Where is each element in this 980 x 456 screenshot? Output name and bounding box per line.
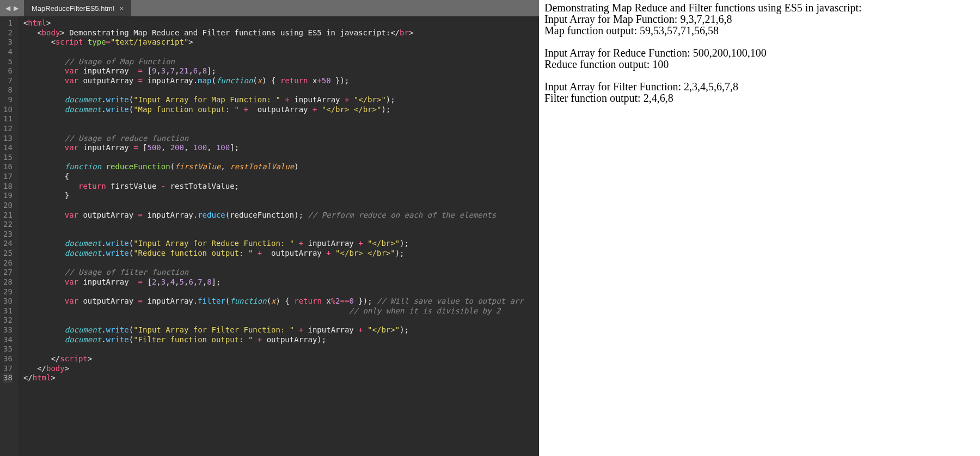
line-number: 13 <box>3 134 13 144</box>
line-number: 4 <box>3 47 13 57</box>
code-line: <script type="text/javascript"> <box>23 38 539 47</box>
preview-line <box>544 70 975 81</box>
line-number: 6 <box>3 66 13 76</box>
editor-pane: ◀ ▶ MapReduceFilterES5.html × 1234567891… <box>0 0 539 456</box>
line-number: 18 <box>3 182 13 192</box>
line-number: 1 <box>3 19 13 28</box>
line-number: 8 <box>3 85 13 95</box>
line-number: 5 <box>3 57 13 67</box>
line-number: 26 <box>3 258 13 268</box>
code-line: <body> Demonstrating Map Reduce and Filt… <box>23 28 539 38</box>
nav-arrows: ◀ ▶ <box>0 0 24 16</box>
preview-line: Input Array for Filter Function: 2,3,4,5… <box>544 81 975 93</box>
code-line: // Usage of filter function <box>23 268 539 278</box>
line-number: 32 <box>3 316 13 325</box>
code-line <box>23 153 539 163</box>
line-number: 30 <box>3 297 13 306</box>
code-line: document.write("Input Array for Map Func… <box>23 95 539 105</box>
code-line: } <box>23 191 539 201</box>
line-number: 28 <box>3 278 13 287</box>
code-line: document.write("Map function output: " +… <box>23 105 539 115</box>
code-line <box>23 124 539 134</box>
code-line <box>23 114 539 124</box>
code-line: <html> <box>23 19 539 28</box>
line-number: 9 <box>3 95 13 105</box>
nav-forward-icon[interactable]: ▶ <box>14 4 19 12</box>
code-line <box>23 47 539 57</box>
line-number: 34 <box>3 335 13 345</box>
code-line <box>23 258 539 268</box>
code-line: { <box>23 172 539 182</box>
line-number: 24 <box>3 239 13 249</box>
code-line <box>23 287 539 297</box>
line-number: 3 <box>3 38 13 47</box>
line-number: 33 <box>3 325 13 335</box>
line-number-gutter: 1234567891011121314151617181920212223242… <box>0 16 18 456</box>
line-number: 21 <box>3 211 13 220</box>
preview-line: Input Array for Map Function: 9,3,7,21,6… <box>544 14 975 25</box>
line-number: 37 <box>3 364 13 374</box>
code-line: // only when it is divisible by 2 <box>23 306 539 316</box>
preview-line <box>544 36 975 47</box>
code-line: document.write("Input Array for Filter F… <box>23 325 539 335</box>
code-line: // Usage of reduce function <box>23 134 539 144</box>
preview-line: Filter function output: 2,4,6,8 <box>544 93 975 104</box>
tab-bar: ◀ ▶ MapReduceFilterES5.html × <box>0 0 539 16</box>
line-number: 23 <box>3 230 13 239</box>
code-line <box>23 344 539 354</box>
code-line: document.write("Filter function output: … <box>23 335 539 345</box>
line-number: 35 <box>3 344 13 354</box>
preview-line: Reduce function output: 100 <box>544 59 975 70</box>
close-icon[interactable]: × <box>120 4 124 13</box>
code-line <box>23 201 539 211</box>
code-line <box>23 85 539 95</box>
line-number: 7 <box>3 76 13 86</box>
tab-active[interactable]: MapReduceFilterES5.html × <box>24 0 131 16</box>
code-line: var inputArray = [9,3,7,21,6,8]; <box>23 66 539 76</box>
code-line: var inputArray = [2,3,4,5,6,7,8]; <box>23 278 539 287</box>
code-line: var outputArray = inputArray.filter(func… <box>23 297 539 306</box>
line-number: 27 <box>3 268 13 278</box>
code-line: document.write("Input Array for Reduce F… <box>23 239 539 249</box>
code-line <box>23 316 539 325</box>
line-number: 29 <box>3 287 13 297</box>
app-root: ◀ ▶ MapReduceFilterES5.html × 1234567891… <box>0 0 980 456</box>
line-number: 20 <box>3 201 13 211</box>
line-number: 15 <box>3 153 13 163</box>
line-number: 25 <box>3 249 13 258</box>
preview-line: Demonstrating Map Reduce and Filter func… <box>544 2 975 14</box>
line-number: 38 <box>3 373 13 383</box>
line-number: 16 <box>3 162 13 172</box>
preview-line: Input Array for Reduce Function: 500,200… <box>544 47 975 59</box>
code-line <box>23 230 539 239</box>
preview-line: Map function output: 59,53,57,71,56,58 <box>544 25 975 36</box>
line-number: 36 <box>3 354 13 364</box>
preview-pane: Demonstrating Map Reduce and Filter func… <box>539 0 980 456</box>
tab-title: MapReduceFilterES5.html <box>32 4 114 13</box>
code-line: </body> <box>23 364 539 374</box>
code-content[interactable]: <html> <body> Demonstrating Map Reduce a… <box>18 16 539 456</box>
code-line: document.write("Reduce function output: … <box>23 249 539 258</box>
code-line: </script> <box>23 354 539 364</box>
code-area[interactable]: 1234567891011121314151617181920212223242… <box>0 16 539 456</box>
line-number: 14 <box>3 143 13 153</box>
line-number: 11 <box>3 114 13 124</box>
code-line: var outputArray = inputArray.reduce(redu… <box>23 211 539 220</box>
code-line: var inputArray = [500, 200, 100, 100]; <box>23 143 539 153</box>
line-number: 31 <box>3 306 13 316</box>
line-number: 12 <box>3 124 13 134</box>
code-line: // Usage of Map Function <box>23 57 539 67</box>
code-line: var outputArray = inputArray.map(functio… <box>23 76 539 86</box>
line-number: 2 <box>3 28 13 38</box>
code-line: return firstValue - restTotalValue; <box>23 182 539 192</box>
code-line: function reduceFunction(firstValue, rest… <box>23 162 539 172</box>
code-line: </html> <box>23 373 539 383</box>
line-number: 19 <box>3 191 13 201</box>
line-number: 10 <box>3 105 13 115</box>
nav-back-icon[interactable]: ◀ <box>5 4 10 12</box>
line-number: 22 <box>3 220 13 230</box>
line-number: 17 <box>3 172 13 182</box>
code-line <box>23 220 539 230</box>
